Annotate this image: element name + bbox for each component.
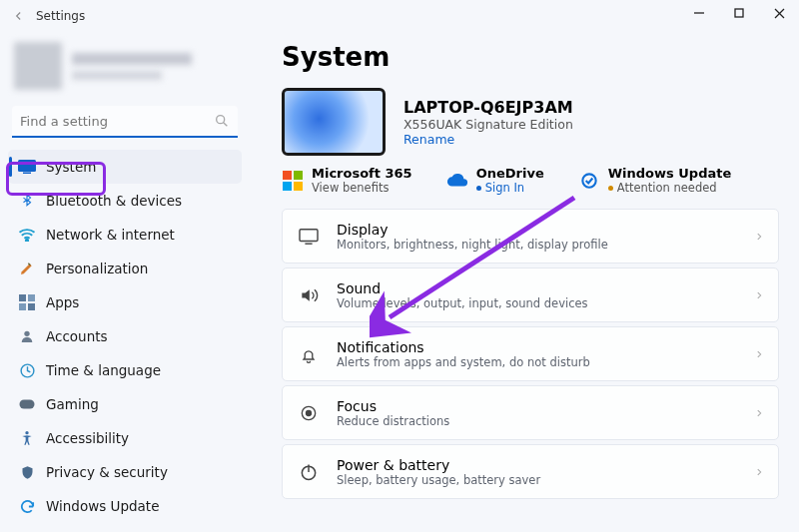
sidebar-item-bluetooth[interactable]: Bluetooth & devices: [8, 184, 242, 218]
shortcut-title: Microsoft 365: [312, 166, 412, 181]
sidebar-label: Time & language: [46, 362, 161, 378]
card-title: Display: [337, 222, 608, 238]
sidebar-item-accounts[interactable]: Accounts: [8, 319, 242, 353]
card-title: Focus: [337, 398, 449, 414]
chevron-right-icon: [754, 347, 764, 361]
system-icon: [18, 158, 36, 176]
card-sub: Volume levels, output, input, sound devi…: [337, 296, 588, 310]
card-sub: Alerts from apps and system, do not dist…: [337, 355, 590, 369]
shortcut-sub: View benefits: [312, 181, 412, 195]
svg-rect-1: [735, 9, 743, 17]
svg-rect-18: [294, 171, 303, 180]
svg-rect-6: [18, 160, 36, 172]
globe-clock-icon: [18, 361, 36, 379]
user-profile[interactable]: [8, 38, 242, 100]
sidebar-label: Privacy & security: [46, 464, 168, 480]
card-focus[interactable]: FocusReduce distractions: [282, 385, 779, 440]
sidebar-label: Bluetooth & devices: [46, 193, 182, 209]
sidebar-label: Personalization: [46, 261, 148, 276]
gamepad-icon: [18, 395, 36, 413]
svg-rect-7: [23, 173, 31, 175]
sound-icon: [297, 283, 321, 307]
svg-point-13: [24, 331, 29, 336]
sidebar: System Bluetooth & devices Network & int…: [0, 32, 250, 532]
settings-card-list: DisplayMonitors, brightness, night light…: [282, 209, 779, 499]
back-icon[interactable]: [12, 9, 26, 23]
close-button[interactable]: [759, 0, 799, 26]
chevron-right-icon: [754, 288, 764, 302]
svg-rect-17: [283, 171, 292, 180]
svg-point-4: [217, 116, 225, 124]
onedrive-icon: [446, 170, 468, 192]
sidebar-item-time-language[interactable]: Time & language: [8, 353, 242, 387]
window-controls: [679, 0, 799, 26]
shortcut-sub: Sign In: [476, 181, 544, 195]
chevron-right-icon: [754, 406, 764, 420]
sidebar-item-privacy[interactable]: Privacy & security: [8, 455, 242, 489]
card-sound[interactable]: SoundVolume levels, output, input, sound…: [282, 267, 779, 322]
maximize-button[interactable]: [719, 0, 759, 26]
card-sub: Monitors, brightness, night light, displ…: [337, 238, 608, 252]
brush-icon: [18, 260, 36, 277]
shortcut-windows-update[interactable]: Windows UpdateAttention needed: [578, 166, 732, 195]
minimize-button[interactable]: [679, 0, 719, 26]
card-title: Power & battery: [337, 457, 540, 473]
svg-rect-19: [283, 182, 292, 191]
svg-rect-22: [300, 229, 318, 241]
power-icon: [297, 460, 321, 484]
svg-rect-15: [20, 400, 35, 409]
avatar: [14, 42, 62, 90]
bluetooth-icon: [18, 192, 36, 210]
sidebar-item-windows-update[interactable]: Windows Update: [8, 489, 242, 523]
device-name: LAPTOP-Q6EJP3AM: [403, 98, 573, 117]
svg-rect-10: [28, 294, 35, 301]
window-title: Settings: [36, 9, 85, 23]
sidebar-label: Windows Update: [46, 498, 159, 514]
card-sub: Sleep, battery usage, battery saver: [337, 473, 540, 487]
shortcut-title: Windows Update: [608, 166, 732, 181]
shortcut-microsoft365[interactable]: Microsoft 365View benefits: [282, 166, 412, 195]
card-title: Notifications: [337, 339, 590, 355]
chevron-right-icon: [754, 230, 764, 244]
sidebar-item-gaming[interactable]: Gaming: [8, 387, 242, 421]
svg-point-16: [25, 431, 28, 434]
device-model: X556UAK Signature Edition: [403, 117, 573, 132]
sidebar-label: Accessibility: [46, 430, 129, 446]
sidebar-label: Accounts: [46, 328, 108, 344]
search-icon: [214, 113, 230, 129]
apps-icon: [18, 293, 36, 311]
sidebar-label: Apps: [46, 294, 79, 310]
svg-rect-20: [294, 182, 303, 191]
sync-icon: [18, 497, 36, 515]
search-input[interactable]: [12, 106, 238, 138]
svg-rect-11: [19, 303, 26, 310]
chevron-right-icon: [754, 465, 764, 479]
sidebar-item-network[interactable]: Network & internet: [8, 218, 242, 252]
card-display[interactable]: DisplayMonitors, brightness, night light…: [282, 209, 779, 264]
page-title: System: [282, 42, 779, 72]
svg-rect-12: [28, 303, 35, 310]
sidebar-item-apps[interactable]: Apps: [8, 285, 242, 319]
sidebar-item-personalization[interactable]: Personalization: [8, 252, 242, 285]
card-power-battery[interactable]: Power & batterySleep, battery usage, bat…: [282, 444, 779, 499]
svg-line-5: [224, 123, 228, 127]
device-banner: LAPTOP-Q6EJP3AM X556UAK Signature Editio…: [282, 88, 779, 156]
update-icon: [578, 170, 600, 192]
focus-icon: [297, 401, 321, 425]
microsoft-logo-icon: [282, 170, 304, 192]
card-sub: Reduce distractions: [337, 414, 449, 428]
user-email-redacted: [72, 71, 162, 80]
card-notifications[interactable]: NotificationsAlerts from apps and system…: [282, 326, 779, 381]
shortcut-onedrive[interactable]: OneDriveSign In: [446, 166, 544, 195]
sidebar-label: System: [46, 159, 96, 175]
sidebar-item-accessibility[interactable]: Accessibility: [8, 421, 242, 455]
svg-rect-9: [19, 294, 26, 301]
sidebar-label: Gaming: [46, 396, 99, 412]
user-name-redacted: [72, 53, 192, 65]
svg-point-25: [307, 410, 312, 415]
rename-link[interactable]: Rename: [403, 132, 573, 147]
accessibility-icon: [18, 429, 36, 447]
bell-icon: [297, 342, 321, 366]
shortcut-title: OneDrive: [476, 166, 544, 181]
sidebar-item-system[interactable]: System: [8, 150, 242, 184]
